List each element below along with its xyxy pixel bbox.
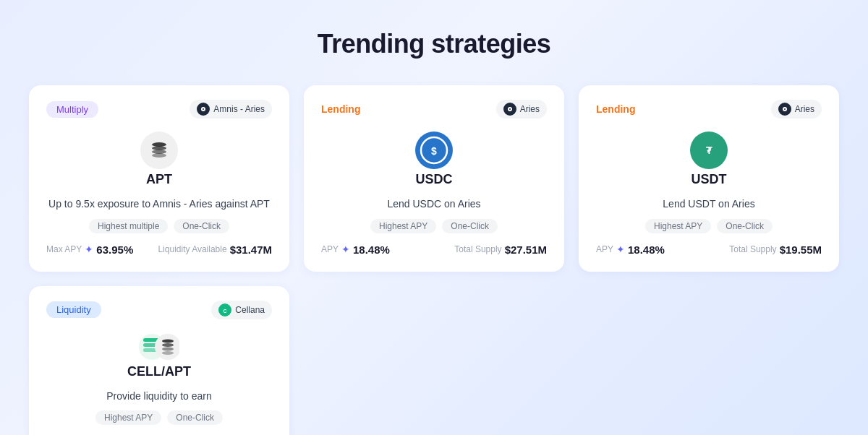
aries-icon bbox=[778, 103, 791, 116]
apt-logo-icon bbox=[140, 132, 178, 169]
stat-label-supply: Total Supply bbox=[454, 244, 501, 254]
card-description: Lend USDT on Aries bbox=[596, 197, 822, 212]
token-name: USDT bbox=[692, 172, 727, 187]
svg-point-2 bbox=[203, 108, 204, 110]
cellana-icon: C bbox=[218, 303, 231, 316]
stat-value-apy: 18.48% bbox=[353, 244, 390, 256]
sparkle-icon: ✦ bbox=[341, 244, 350, 255]
tag-highest-apy: Highest APY bbox=[370, 219, 436, 233]
token-logo-area: APT bbox=[46, 132, 272, 187]
token-name: APT bbox=[146, 172, 172, 187]
aries-icon bbox=[503, 103, 516, 116]
stat-label-apy: APY bbox=[596, 244, 613, 254]
badge-liquidity: Liquidity bbox=[46, 301, 101, 318]
svg-point-10 bbox=[509, 108, 511, 110]
tag-one-click: One-Click bbox=[174, 219, 229, 233]
usdc-logo-icon: $ bbox=[415, 132, 453, 169]
badge-lending: Lending bbox=[596, 103, 635, 115]
card-header: Lending Aries bbox=[321, 100, 547, 119]
token-logo-area: CELL/APT bbox=[46, 332, 272, 379]
stat-label-apy: APY bbox=[321, 244, 339, 254]
tag-one-click: One-Click bbox=[442, 219, 498, 233]
card-tags: Highest APY One-Click bbox=[46, 410, 272, 425]
card-header: Liquidity C Cellana bbox=[46, 301, 272, 319]
svg-point-27 bbox=[162, 339, 174, 343]
svg-text:$: $ bbox=[431, 145, 437, 157]
card-header: Lending Aries bbox=[596, 100, 822, 119]
protocol-label: Aries bbox=[520, 104, 540, 114]
sparkle-icon: ✦ bbox=[616, 244, 625, 255]
usdt-logo-icon: ₮ bbox=[690, 132, 728, 169]
card-cell-apt-liquidity: Liquidity C Cellana bbox=[29, 286, 289, 435]
card-usdc-lending: Lending Aries $ bbox=[304, 85, 564, 272]
stat-value-liquidity: $31.47M bbox=[230, 244, 272, 256]
stat-apy: APY ✦ 18.48% bbox=[596, 244, 665, 256]
token-name: CELL/APT bbox=[127, 364, 191, 379]
cards-row-1: Multiply Amnis - Aries bbox=[29, 85, 839, 272]
stat-label-max-apy: Max APY bbox=[46, 244, 82, 254]
page-title: Trending strategies bbox=[318, 29, 551, 59]
tag-one-click: One-Click bbox=[717, 219, 773, 233]
stat-label-supply: Total Supply bbox=[729, 244, 776, 254]
tag-highest-apy: Highest APY bbox=[645, 219, 711, 233]
svg-point-28 bbox=[162, 343, 174, 347]
stat-max-apy: Max APY ✦ 63.95% bbox=[46, 244, 133, 256]
tag-highest-apy: Highest APY bbox=[95, 410, 161, 425]
card-description: Lend USDC on Aries bbox=[321, 197, 547, 212]
stat-value-supply: $19.55M bbox=[780, 244, 822, 256]
protocol-badge-aries-usdt[interactable]: Aries bbox=[771, 100, 822, 119]
cards-container: Multiply Amnis - Aries bbox=[29, 85, 839, 435]
stat-liquidity: Liquidity Available $31.47M bbox=[158, 244, 272, 256]
card-tags: Highest APY One-Click bbox=[321, 219, 547, 233]
card-stats: APY ✦ 18.48% Total Supply $27.51M bbox=[321, 244, 547, 256]
svg-text:C: C bbox=[224, 308, 227, 313]
stat-label-liquidity: Liquidity Available bbox=[158, 244, 226, 254]
card-tags: Highest multiple One-Click bbox=[46, 219, 272, 233]
card-description: Provide liquidity to earn bbox=[46, 389, 272, 404]
token-name: USDC bbox=[415, 172, 452, 187]
stat-value-supply: $27.51M bbox=[505, 244, 547, 256]
svg-point-29 bbox=[162, 347, 174, 350]
protocol-label: Aries bbox=[795, 104, 814, 114]
token-logo-area: ₮ USDT bbox=[596, 132, 822, 187]
cell-apt-logo-icon bbox=[139, 332, 179, 361]
token-logo-area: $ USDC bbox=[321, 132, 547, 187]
badge-multiply: Multiply bbox=[46, 101, 98, 118]
aries-icon bbox=[197, 103, 210, 116]
tag-highest-multiple: Highest multiple bbox=[89, 219, 168, 233]
protocol-badge-aries[interactable]: Aries bbox=[496, 100, 547, 119]
protocol-label: Cellana bbox=[235, 305, 265, 315]
stat-value-apy: 18.48% bbox=[628, 244, 665, 256]
card-usdt-lending: Lending Aries ₮ bbox=[579, 85, 839, 272]
svg-point-17 bbox=[784, 108, 786, 110]
svg-point-30 bbox=[162, 351, 174, 355]
card-stats: Max APY ✦ 63.95% Liquidity Available $31… bbox=[46, 244, 272, 256]
cards-row-2: Liquidity C Cellana bbox=[29, 286, 839, 435]
svg-point-7 bbox=[152, 153, 166, 158]
card-header: Multiply Amnis - Aries bbox=[46, 100, 272, 119]
protocol-label: Amnis - Aries bbox=[213, 104, 265, 114]
svg-text:₮: ₮ bbox=[706, 145, 712, 156]
stat-supply: Total Supply $27.51M bbox=[454, 244, 547, 256]
card-stats: APY ✦ 18.48% Total Supply $19.55M bbox=[596, 244, 822, 256]
card-description: Up to 9.5x exposure to Amnis - Aries aga… bbox=[46, 197, 272, 212]
stat-supply: Total Supply $19.55M bbox=[729, 244, 822, 256]
stat-apy: APY ✦ 18.48% bbox=[321, 244, 390, 256]
card-apt-multiply: Multiply Amnis - Aries bbox=[29, 85, 289, 272]
stat-value-max-apy: 63.95% bbox=[96, 244, 133, 256]
tag-one-click: One-Click bbox=[167, 410, 223, 425]
protocol-badge-amnis-aries[interactable]: Amnis - Aries bbox=[190, 100, 272, 119]
badge-lending: Lending bbox=[321, 103, 360, 115]
protocol-badge-cellana[interactable]: C Cellana bbox=[211, 301, 272, 319]
card-tags: Highest APY One-Click bbox=[596, 219, 822, 233]
sparkle-icon: ✦ bbox=[85, 244, 93, 255]
